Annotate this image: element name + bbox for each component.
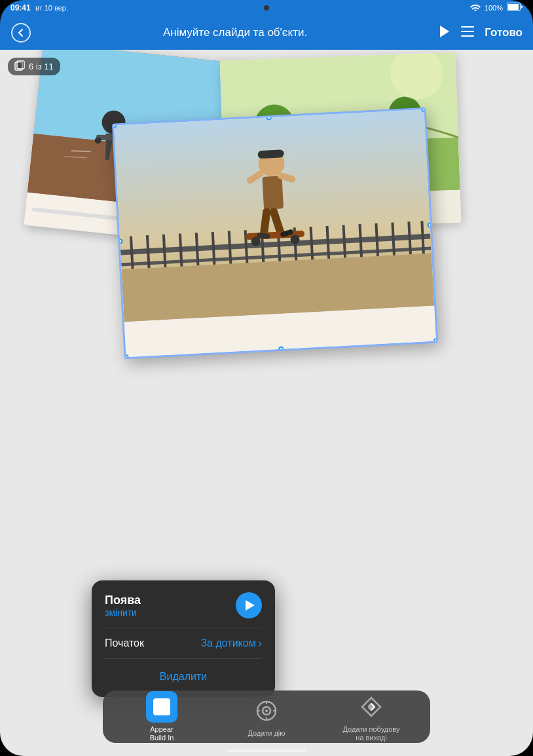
- slide-counter-text: 6 із 11: [29, 62, 54, 71]
- tab-add-action[interactable]: Додати дію: [214, 695, 319, 738]
- anim-start-row: Початок За дотиком ›: [105, 637, 262, 649]
- appear-build-in-icon-wrap: [146, 691, 177, 723]
- anim-title-group: Поява змінити: [105, 594, 141, 618]
- battery-percentage: 100%: [485, 4, 503, 12]
- add-build-out-icon: [359, 695, 383, 719]
- anim-panel-title: Поява: [105, 594, 141, 607]
- appear-build-in-label: AppeаrBuild In: [150, 725, 174, 742]
- tab-add-build-out[interactable]: Додати побудовуна виході: [319, 691, 424, 742]
- chevron-right-icon: ›: [259, 637, 262, 649]
- svg-line-33: [229, 231, 231, 264]
- nav-title: Анімуйте слайди та об'єкти.: [31, 26, 439, 39]
- svg-line-30: [180, 234, 182, 267]
- svg-line-44: [409, 221, 411, 254]
- svg-line-28: [147, 235, 149, 268]
- main-photo-image: [114, 109, 434, 322]
- svg-rect-5: [461, 35, 474, 37]
- copy-icon: [14, 60, 25, 73]
- anim-play-button[interactable]: [236, 592, 262, 618]
- svg-rect-55: [257, 149, 284, 159]
- svg-line-43: [392, 223, 394, 255]
- anim-panel-header: Поява змінити: [105, 592, 262, 618]
- svg-rect-47: [262, 176, 284, 210]
- add-action-label: Додати дію: [248, 729, 285, 738]
- tab-appear-build-in[interactable]: AppeаrBuild In: [109, 691, 214, 742]
- anim-divider-1: [105, 628, 262, 628]
- ipad-frame: 09:41 вт 10 вер. 100%: [0, 0, 533, 756]
- svg-line-42: [376, 223, 378, 256]
- svg-line-32: [213, 232, 215, 265]
- main-photo-card[interactable]: [112, 107, 438, 360]
- svg-line-39: [327, 226, 329, 259]
- svg-line-45: [422, 221, 424, 254]
- anim-panel-change[interactable]: змінити: [105, 607, 141, 618]
- status-right: 100%: [470, 2, 523, 14]
- animation-panel: Поява змінити Початок За дотиком › Видал…: [92, 580, 275, 697]
- svg-line-27: [131, 236, 133, 269]
- add-action-icon-wrap: [251, 695, 282, 727]
- anim-delete-button[interactable]: Видалити: [105, 668, 262, 685]
- handle-bottom-left[interactable]: [123, 354, 128, 359]
- anim-start-label: Початок: [105, 637, 144, 649]
- handle-bottom-right[interactable]: [433, 338, 438, 343]
- back-button[interactable]: [10, 22, 31, 43]
- play-triangle-icon: [246, 600, 255, 611]
- nav-bar: Анімуйте слайди та об'єкти. Готово: [0, 16, 533, 50]
- svg-line-41: [359, 224, 361, 257]
- svg-line-31: [196, 233, 198, 265]
- home-indicator: [227, 749, 306, 752]
- appear-build-in-icon: [153, 698, 170, 715]
- svg-rect-1: [508, 4, 519, 10]
- svg-point-60: [265, 709, 268, 712]
- battery-icon: [507, 2, 523, 14]
- anim-divider-2: [105, 658, 262, 659]
- bottom-tab-bar: AppeаrBuild In Додати дію: [103, 690, 430, 743]
- svg-line-40: [343, 225, 345, 258]
- anim-start-value-group[interactable]: За дотиком ›: [200, 637, 262, 649]
- handle-bottom-mid[interactable]: [278, 347, 284, 352]
- add-build-out-label: Додати побудовуна виході: [343, 725, 400, 742]
- add-build-out-icon-wrap: [356, 691, 387, 723]
- list-button[interactable]: [461, 26, 474, 39]
- add-action-icon: [255, 699, 278, 723]
- content-area: 6 із 11: [0, 50, 533, 756]
- nav-right-controls: Готово: [439, 25, 523, 41]
- done-button[interactable]: Готово: [485, 26, 523, 39]
- svg-rect-7: [17, 61, 24, 69]
- wifi-icon: [470, 3, 481, 12]
- svg-marker-2: [440, 26, 449, 37]
- svg-line-29: [164, 235, 166, 267]
- svg-line-38: [311, 227, 313, 259]
- camera-dot: [264, 5, 269, 10]
- svg-rect-3: [461, 26, 474, 28]
- status-time: 09:41 вт 10 вер.: [10, 3, 68, 12]
- svg-point-65: [368, 704, 375, 710]
- play-button[interactable]: [439, 25, 450, 41]
- svg-rect-4: [461, 31, 474, 32]
- slide-counter: 6 із 11: [8, 58, 60, 75]
- anim-start-value: За дотиком: [200, 637, 255, 649]
